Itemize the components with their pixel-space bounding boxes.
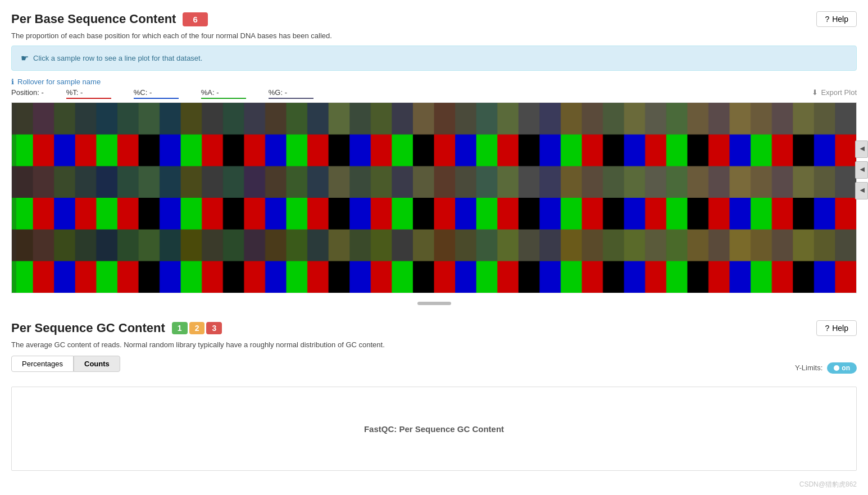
- scroll-indicator: [417, 302, 451, 305]
- y-limits-row: Y-Limits: on: [795, 362, 857, 374]
- gc-title-row: Per Sequence GC Content 1 2 3: [11, 321, 222, 335]
- help-label: Help: [832, 15, 848, 24]
- gc-chart-container: FastQC: Per Sequence GC Content: [11, 387, 857, 471]
- heatmap-container[interactable]: [11, 102, 857, 293]
- percentages-button[interactable]: Percentages: [11, 356, 74, 372]
- gc-chart-title: FastQC: Per Sequence GC Content: [364, 424, 504, 434]
- toggle-label: on: [842, 364, 850, 372]
- pct-g-underline: [269, 98, 313, 99]
- position-group: Position: -: [11, 88, 44, 97]
- rollover-label: Rollover for sample name: [17, 78, 101, 86]
- position-label: Position: -: [11, 88, 44, 97]
- info-icon: ℹ: [11, 78, 14, 86]
- cursor-icon: ☛: [21, 53, 29, 63]
- info-box-text: Click a sample row to see a line plot fo…: [33, 54, 202, 62]
- right-side-tabs: ▶ ▶ ▶: [855, 140, 868, 201]
- pct-a-underline: [201, 98, 246, 99]
- section2: Per Sequence GC Content 1 2 3 ? Help The…: [11, 320, 857, 471]
- pct-c-label: %C: -: [134, 88, 179, 97]
- view-toggle-group: Percentages Counts: [11, 356, 120, 372]
- watermark: CSDN@猎豹虎862: [799, 480, 857, 489]
- info-box: ☛ Click a sample row to see a line plot …: [11, 46, 857, 71]
- pct-c-group: %C: -: [134, 88, 179, 99]
- section2-title: Per Sequence GC Content: [11, 321, 165, 335]
- pct-a-label: %A: -: [201, 88, 246, 97]
- side-tab-1[interactable]: ▶: [855, 140, 868, 158]
- badge1: 1: [172, 322, 188, 334]
- question-icon: ?: [825, 15, 829, 24]
- scrollbar-area[interactable]: [11, 296, 857, 309]
- y-limits-toggle[interactable]: on: [827, 362, 857, 374]
- counts-button[interactable]: Counts: [74, 356, 120, 372]
- section1-description: The proportion of each base position for…: [11, 31, 857, 40]
- download-icon: ⬇: [812, 88, 818, 97]
- section2-help-label: Help: [832, 324, 848, 333]
- pct-t-label: %T: -: [66, 88, 111, 97]
- export-plot-button[interactable]: ⬇ Export Plot: [812, 88, 857, 97]
- gc-header-row: Per Sequence GC Content 1 2 3 ? Help: [11, 320, 857, 336]
- section1-help-button[interactable]: ? Help: [816, 11, 857, 27]
- pct-g-group: %G: -: [269, 88, 313, 99]
- badges-group: 1 2 3: [172, 322, 222, 334]
- position-row: Position: - %T: - %C: - %A: - %G: -: [11, 88, 857, 99]
- y-limits-label: Y-Limits:: [795, 364, 822, 372]
- side-tab-2[interactable]: ▶: [855, 161, 868, 179]
- question-icon-2: ?: [825, 324, 829, 333]
- export-label: Export Plot: [821, 88, 857, 97]
- section2-description: The average GC content of reads. Normal …: [11, 340, 857, 349]
- pct-c-underline: [134, 98, 179, 99]
- section2-help-button[interactable]: ? Help: [816, 320, 857, 336]
- pct-a-group: %A: -: [201, 88, 246, 99]
- badge2: 2: [189, 322, 205, 334]
- badge3: 3: [206, 322, 222, 334]
- section1-badge: 6: [183, 12, 207, 26]
- section1-title: Per Base Sequence Content: [11, 12, 176, 26]
- side-tab-3[interactable]: ▶: [855, 182, 868, 199]
- pct-g-label: %G: -: [269, 88, 313, 97]
- pct-t-underline: [66, 98, 111, 99]
- rollover-row: ℹ Rollover for sample name: [11, 78, 857, 86]
- pct-t-group: %T: -: [66, 88, 111, 99]
